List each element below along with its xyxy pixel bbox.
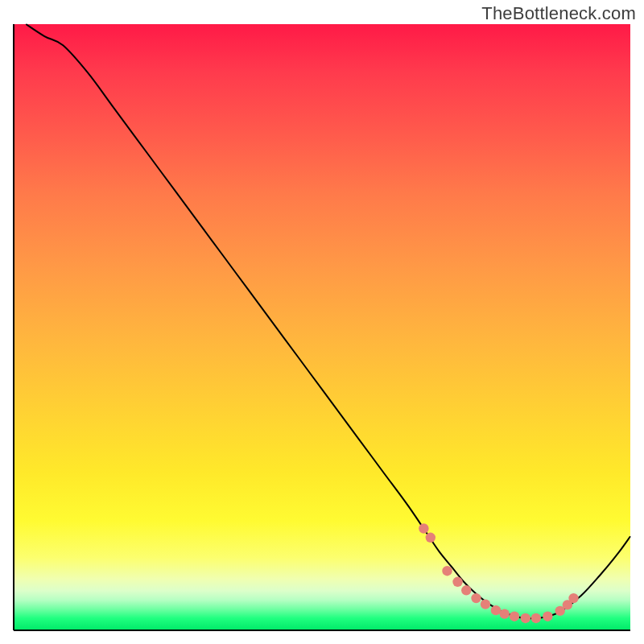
axes bbox=[14, 24, 630, 630]
chart-svg bbox=[0, 0, 644, 644]
highlight-marker bbox=[491, 605, 501, 615]
bottleneck-curve bbox=[26, 24, 630, 618]
highlight-marker bbox=[481, 599, 490, 609]
curve-layer bbox=[26, 24, 630, 618]
highlight-marker bbox=[510, 611, 519, 621]
highlight-marker bbox=[452, 577, 462, 587]
highlight-marker bbox=[419, 523, 428, 533]
highlight-marker bbox=[531, 613, 541, 623]
highlight-marker bbox=[426, 533, 436, 543]
highlight-marker bbox=[568, 593, 578, 603]
highlight-marker bbox=[442, 566, 452, 576]
highlight-marker bbox=[471, 593, 481, 603]
chart-container: TheBottleneck.com bbox=[0, 0, 644, 644]
markers-layer bbox=[419, 523, 579, 623]
highlight-marker bbox=[543, 611, 552, 621]
highlight-marker bbox=[461, 585, 471, 595]
highlight-marker bbox=[521, 613, 530, 623]
highlight-marker bbox=[500, 609, 510, 618]
